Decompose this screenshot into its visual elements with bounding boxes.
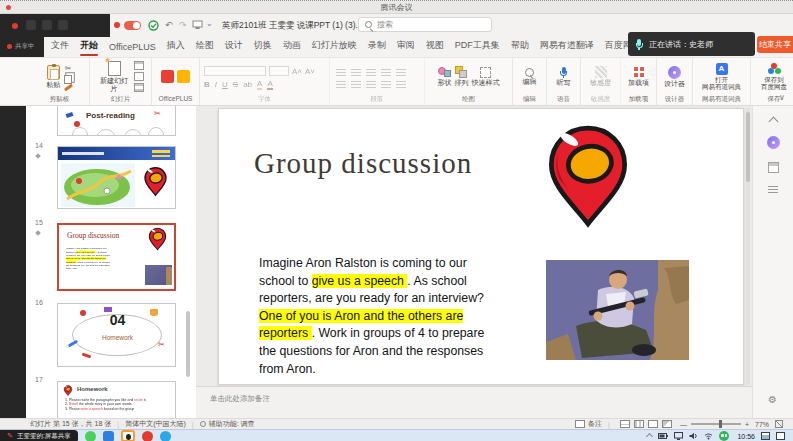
- notes-pane[interactable]: 单击此处添加备注: [196, 386, 752, 418]
- tab-OfficePLUS[interactable]: OfficePLUS: [106, 39, 159, 57]
- save-icon[interactable]: [148, 20, 159, 31]
- screenshot-tray-icon[interactable]: [761, 432, 770, 440]
- font-name-select[interactable]: [204, 66, 266, 76]
- italic-icon[interactable]: I: [215, 80, 217, 89]
- search-box[interactable]: 搜索: [358, 17, 492, 32]
- cut-icon[interactable]: ✂: [65, 65, 72, 73]
- collapse-rail-icon[interactable]: [769, 117, 779, 127]
- line-spacing-icon[interactable]: [396, 69, 406, 77]
- meeting-ghost-button[interactable]: [42, 20, 52, 30]
- bold-icon[interactable]: B: [204, 80, 210, 89]
- strikethrough-icon[interactable]: S: [233, 80, 238, 89]
- settings-gear-icon[interactable]: ⚙: [768, 394, 777, 405]
- shapes-button[interactable]: 形状: [438, 66, 452, 87]
- collapse-ribbon-icon[interactable]: ∨: [779, 93, 785, 102]
- reset-slide-icon[interactable]: [134, 72, 144, 81]
- thumbnail-slide-17[interactable]: Homework 1. Please recite the paragraphs…: [57, 381, 176, 418]
- editing-button[interactable]: 编辑: [523, 68, 537, 86]
- font-color-icon[interactable]: A: [267, 79, 272, 90]
- undo-icon[interactable]: ↶: [165, 19, 173, 31]
- bullets-icon[interactable]: [336, 69, 346, 77]
- meeting-ghost-button[interactable]: [58, 20, 68, 30]
- thumbnail-slide-14[interactable]: [57, 146, 176, 209]
- screen-share-banner[interactable]: ✎ 王雯雯的:屏幕共享: [0, 430, 78, 441]
- tab-帮助[interactable]: 帮助: [508, 36, 532, 57]
- tab-绘图[interactable]: 绘图: [193, 36, 217, 57]
- notes-toggle-label[interactable]: 备注: [588, 419, 602, 429]
- dictate-button[interactable]: 听写: [557, 67, 571, 87]
- thumbnails-scrollbar[interactable]: [186, 311, 190, 377]
- taskbar-app-meeting[interactable]: [160, 431, 171, 441]
- tab-PDF工具集[interactable]: PDF工具集: [452, 36, 503, 57]
- slide-sorter-icon[interactable]: [634, 420, 644, 428]
- tab-录制[interactable]: 录制: [365, 36, 389, 57]
- layout-pane-icon[interactable]: [768, 162, 779, 173]
- tab-审阅[interactable]: 审阅: [394, 36, 418, 57]
- taskbar-app-red[interactable]: [142, 431, 153, 441]
- notes-toggle-icon[interactable]: [575, 420, 585, 428]
- tab-切换[interactable]: 切换: [251, 36, 275, 57]
- paste-button[interactable]: 粘贴: [47, 65, 61, 89]
- taskbar-app-green[interactable]: [85, 431, 96, 441]
- template-library-icon[interactable]: [161, 70, 174, 83]
- comments-pane-icon[interactable]: [768, 186, 778, 194]
- notification-tray-icon[interactable]: [776, 432, 785, 440]
- autosave-toggle[interactable]: [124, 21, 141, 30]
- character-spacing-icon[interactable]: ab: [243, 80, 252, 89]
- text-highlight-icon[interactable]: A: [257, 79, 262, 90]
- print-preview-icon[interactable]: [192, 20, 203, 30]
- tray-expand-icon[interactable]: [646, 432, 653, 439]
- language-label[interactable]: 简体中文(中国大陆): [125, 419, 186, 429]
- accessibility-label[interactable]: 辅助功能: 调查: [209, 419, 255, 429]
- tab-设计[interactable]: 设计: [222, 36, 246, 57]
- justify-icon[interactable]: [381, 81, 391, 89]
- zoom-out-icon[interactable]: —: [680, 421, 687, 428]
- shrink-font-icon[interactable]: A˅: [305, 67, 315, 76]
- designer-button[interactable]: 设计器: [664, 66, 685, 88]
- slide[interactable]: Group discussion Imagine Aron Ralston is…: [218, 108, 744, 385]
- format-painter-icon[interactable]: [63, 83, 72, 91]
- clock[interactable]: 10:56: [737, 433, 755, 440]
- speaker-icon[interactable]: [689, 432, 698, 440]
- reading-view-icon[interactable]: [648, 420, 658, 428]
- normal-view-icon[interactable]: [620, 420, 630, 428]
- numbering-icon[interactable]: [351, 69, 361, 77]
- zoom-slider[interactable]: [691, 423, 741, 425]
- designer-pane-icon[interactable]: [767, 136, 780, 149]
- meeting-ghost-button[interactable]: [26, 20, 36, 30]
- tab-文件[interactable]: 文件: [48, 36, 72, 57]
- notes-placeholder[interactable]: 单击此处添加备注: [210, 394, 270, 404]
- tab-幻灯片放映[interactable]: 幻灯片放映: [309, 36, 360, 57]
- tab-插入[interactable]: 插入: [164, 36, 188, 57]
- canvas-scrollbar-track[interactable]: [746, 108, 750, 385]
- indent-increase-icon[interactable]: [381, 69, 391, 77]
- slideshow-icon[interactable]: [662, 420, 672, 428]
- qat-customize-caret-icon[interactable]: ⌄: [206, 18, 213, 30]
- close-window-dot[interactable]: [6, 5, 11, 10]
- thumbnail-slide-13[interactable]: Post-reading ✂: [57, 106, 176, 136]
- thumbnail-slide-15-selected[interactable]: Group discussion Imagine Aron Ralston is…: [57, 223, 176, 291]
- font-size-select[interactable]: [269, 66, 289, 76]
- align-center-icon[interactable]: [351, 81, 361, 89]
- redo-icon[interactable]: ↷: [179, 19, 187, 31]
- zoom-percent[interactable]: 77%: [755, 421, 769, 428]
- youdao-dictionary-button[interactable]: A 打开网易有道词典: [702, 63, 741, 91]
- columns-icon[interactable]: [396, 81, 406, 89]
- taskbar-app-qq-active[interactable]: [121, 430, 135, 441]
- fit-to-window-icon[interactable]: [775, 420, 783, 428]
- underline-icon[interactable]: U: [222, 80, 228, 89]
- addins-button[interactable]: 加载项: [628, 66, 649, 87]
- material-library-icon[interactable]: [177, 70, 190, 83]
- taskbar-app-blue[interactable]: [103, 431, 114, 441]
- copy-icon[interactable]: [64, 75, 72, 84]
- align-left-icon[interactable]: [336, 81, 346, 89]
- arrange-button[interactable]: 排列: [455, 66, 469, 87]
- baidu-netdisk-save-button[interactable]: 保存到百度网盘: [761, 63, 787, 91]
- tab-视图[interactable]: 视图: [423, 36, 447, 57]
- tab-开始[interactable]: 开始: [77, 36, 101, 57]
- grow-font-icon[interactable]: A˄: [292, 67, 302, 76]
- section-icon[interactable]: [134, 83, 144, 92]
- wechat-tray-icon[interactable]: [719, 431, 729, 441]
- align-right-icon[interactable]: [366, 81, 376, 89]
- indent-decrease-icon[interactable]: [366, 69, 376, 77]
